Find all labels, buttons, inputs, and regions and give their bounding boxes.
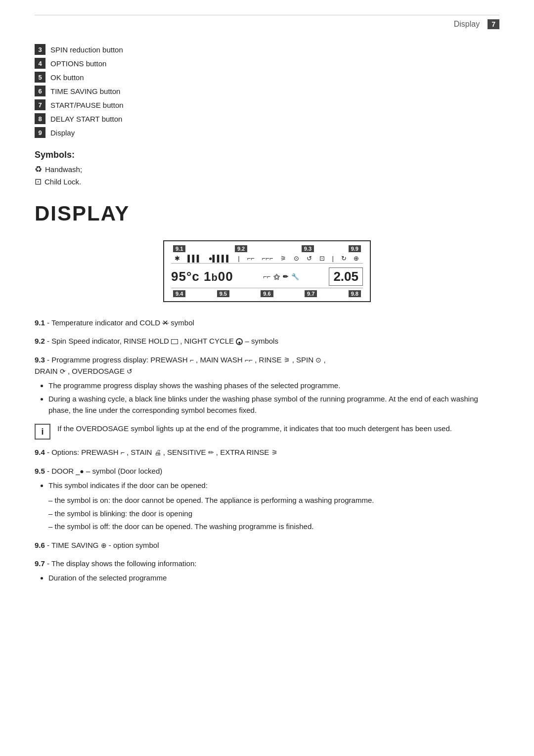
diag-icon-lock: ⊡ [319, 255, 325, 262]
desc-9-4: 9.4 - Options: PREWASH ⌐ , STAIN 🖨 , SEN… [35, 446, 499, 458]
symbols-title: Symbols: [35, 150, 499, 160]
desc-9-1: 9.1 - Temperature indicator and COLD ✕ s… [35, 317, 499, 328]
info-box: i If the OVERDOSAGE symbol lights up at … [35, 423, 499, 440]
diag-icon-clock: ↻ [341, 255, 347, 262]
button-list: 3 SPIN reduction button 4 OPTIONS button… [35, 44, 499, 138]
btn-label-7: START/PAUSE button [50, 101, 124, 109]
btn-num-6: 6 [35, 86, 45, 96]
diag-icon-box: ⊕ [354, 255, 359, 262]
desc-9-1-text: 9.1 - Temperature indicator and COLD ✕ s… [35, 317, 499, 328]
info-icon: i [35, 424, 50, 440]
btn-num-4: 4 [35, 58, 45, 69]
diag-label-9-6: 9.6 [261, 290, 273, 297]
list-item-7: 7 START/PAUSE button [35, 99, 499, 110]
symbols-section: Symbols: ♻ Handwash; ⊡ Child Lock. [35, 150, 499, 187]
diagram-main-icons: ⌐⌐ ⚝ ✏ 🔧 [263, 273, 299, 281]
childlock-label: Child Lock. [44, 178, 81, 186]
diag-icon-bars1: ▌▌▌ [187, 255, 201, 262]
icon-drum: ⚝ [273, 273, 280, 281]
desc-9-7-text: 9.7 - The display shows the following in… [35, 558, 499, 569]
diag-label-9-4: 9.4 [173, 290, 185, 297]
desc-9-5-text: 9.5 - DOOR ⎯● – symbol (Door locked) [35, 465, 499, 477]
btn-num-5: 5 [35, 72, 45, 83]
symbol-childlock: ⊡ Child Lock. [35, 177, 499, 187]
desc-9-7: 9.7 - The display shows the following in… [35, 558, 499, 583]
childlock-icon: ⊡ [35, 177, 42, 187]
diag-icon-circle: ⊙ [294, 255, 299, 262]
display-heading: DISPLAY [35, 202, 499, 225]
sub-bullet-9-5-2: the symbol is blinking: the door is open… [48, 508, 499, 520]
bullets-9-7: Duration of the selected programme [48, 573, 499, 584]
diag-icon-prewash: ⌐⌐ [247, 255, 254, 262]
desc-9-3-text: 9.3 - Programme progress display: PREWAS… [35, 354, 499, 377]
diagram-top-row: ✱ ▌▌▌ ●▌▌▌▌ | ⌐⌐ ⌐⌐⌐ ⚞ ⊙ ↺ ⊡ | ↻ ⊕ [171, 254, 363, 264]
list-item-8: 8 DELAY START button [35, 113, 499, 124]
btn-num-8: 8 [35, 113, 45, 124]
display-diagram: 9.1 9.2 9.3 9.9 ✱ ▌▌▌ ●▌▌▌▌ | ⌐⌐ ⌐⌐⌐ ⚞ ⊙… [163, 240, 371, 302]
diag-label-9-5: 9.5 [217, 290, 229, 297]
diag-icon-sep: | [238, 255, 239, 262]
list-item-4: 4 OPTIONS button [35, 58, 499, 69]
header-title: Display [454, 20, 480, 29]
handwash-icon: ♻ [35, 164, 42, 175]
bullet-9-5-1: This symbol indicates if the door can be… [48, 480, 499, 491]
btn-label-4: OPTIONS button [50, 59, 106, 68]
diag-icon-refresh: ↺ [307, 255, 312, 262]
diag-label-9-3: 9.3 [302, 245, 314, 252]
diag-label-9-9: 9.9 [349, 245, 361, 252]
symbol-handwash: ♻ Handwash; [35, 164, 499, 175]
icon-wrench: 🔧 [291, 273, 299, 280]
sub-bullet-9-5-3: the symbol is off: the door can be opene… [48, 521, 499, 533]
display-diagram-wrapper: 9.1 9.2 9.3 9.9 ✱ ▌▌▌ ●▌▌▌▌ | ⌐⌐ ⌐⌐⌐ ⚞ ⊙… [35, 240, 499, 302]
header-page: 7 [488, 19, 499, 29]
diagram-main-right: 2.05 [329, 267, 363, 286]
list-item-9: 9 Display [35, 127, 499, 138]
btn-num-7: 7 [35, 99, 45, 110]
header-bar: Display 7 [35, 15, 499, 29]
info-text: If the OVERDOSAGE symbol lights up at th… [57, 423, 452, 434]
diag-label-9-8: 9.8 [349, 290, 361, 297]
sub-bullet-9-5-1: the symbol is on: the door cannot be ope… [48, 495, 499, 506]
desc-9-5: 9.5 - DOOR ⎯● – symbol (Door locked) Thi… [35, 465, 499, 533]
icon-pencil: ✏ [283, 273, 288, 280]
diagram-main-left: 95°c 1b00 [171, 269, 233, 284]
diagram-main-row: 95°c 1b00 ⌐⌐ ⚝ ✏ 🔧 2.05 [171, 266, 363, 288]
bullet-9-7-1: Duration of the selected programme [48, 573, 499, 584]
diag-icon-rinse: ⚞ [280, 255, 286, 262]
desc-9-2: 9.2 - Spin Speed indicator, RINSE HOLD ,… [35, 335, 499, 347]
desc-9-4-text: 9.4 - Options: PREWASH ⌐ , STAIN 🖨 , SEN… [35, 446, 499, 458]
list-item-3: 3 SPIN reduction button [35, 44, 499, 55]
btn-num-3: 3 [35, 44, 45, 55]
page-container: Display 7 3 SPIN reduction button 4 OPTI… [0, 0, 534, 756]
list-item-5: 5 OK button [35, 72, 499, 83]
btn-label-3: SPIN reduction button [50, 45, 123, 54]
btn-label-6: TIME SAVING button [50, 87, 120, 95]
bullet-9-3-2: During a washing cycle, a black line bli… [48, 394, 499, 416]
bullets-9-5: This symbol indicates if the door can be… [48, 480, 499, 491]
list-item-6: 6 TIME SAVING button [35, 86, 499, 96]
desc-9-6-text: 9.6 - TIME SAVING ⊕ - option symbol [35, 539, 499, 551]
desc-9-6: 9.6 - TIME SAVING ⊕ - option symbol [35, 539, 499, 551]
diag-label-9-7: 9.7 [305, 290, 317, 297]
diag-label-9-2: 9.2 [235, 245, 247, 252]
diag-icon-dot-bars: ●▌▌▌▌ [209, 255, 231, 262]
desc-9-3: 9.3 - Programme progress display: PREWAS… [35, 354, 499, 416]
icon-temp-extra: ⌐⌐ [263, 273, 270, 280]
bullets-9-3: The programme progress display shows the… [48, 380, 499, 416]
handwash-label: Handwash; [45, 165, 82, 174]
btn-label-8: DELAY START button [50, 115, 122, 123]
bullet-9-3-1: The programme progress display shows the… [48, 380, 499, 392]
diag-label-9-1: 9.1 [173, 245, 185, 252]
diag-icon-sep2: | [332, 255, 333, 262]
diag-icon-star: ✱ [175, 255, 180, 262]
btn-label-9: Display [50, 129, 75, 137]
btn-label-5: OK button [50, 73, 84, 82]
diag-icon-wash1: ⌐⌐⌐ [262, 255, 273, 262]
btn-num-9: 9 [35, 127, 45, 138]
desc-9-2-text: 9.2 - Spin Speed indicator, RINSE HOLD ,… [35, 335, 499, 347]
sub-bullets-9-5: the symbol is on: the door cannot be ope… [48, 495, 499, 533]
